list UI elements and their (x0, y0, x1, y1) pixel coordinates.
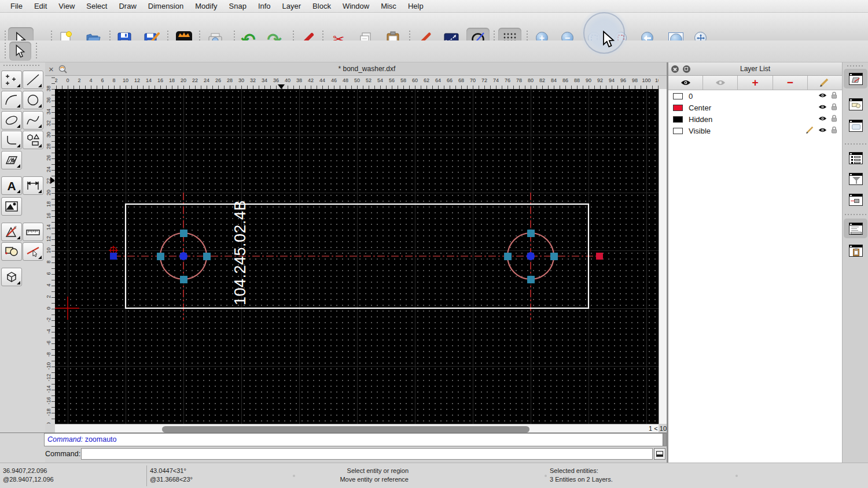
command-prompt-label: Command: (45, 450, 80, 458)
application-window: FileEditViewSelectDrawDimensionModifySna… (0, 0, 868, 488)
layer-lock-icon[interactable] (831, 91, 837, 99)
laser-pointer-panel-button[interactable] (845, 190, 866, 209)
document-title: * bond_washer.dxf (67, 65, 667, 73)
polygon-tool-button[interactable] (23, 131, 43, 149)
panel-close-button[interactable] (671, 65, 679, 73)
block-list-panel-button[interactable] (845, 94, 866, 114)
layer-lock-icon[interactable] (831, 114, 837, 122)
layer-visibility-icon[interactable] (818, 127, 827, 133)
command-widget-panel-button[interactable] (844, 219, 867, 238)
dimension-icon (25, 179, 41, 193)
ruler-position-marker-y (50, 177, 55, 184)
layer-visibility-icon[interactable] (818, 116, 827, 121)
image-tool-button[interactable] (1, 197, 22, 216)
pen-palette-panel-button[interactable] (844, 69, 867, 88)
menu-item-info[interactable]: Info (252, 0, 277, 12)
library-browser-panel-button[interactable] (845, 116, 866, 135)
arc-tool-button[interactable] (1, 91, 22, 109)
command-history-label: Command: (47, 435, 83, 443)
edit-layer-button[interactable] (808, 76, 842, 90)
hatch-tool-button[interactable] (1, 151, 22, 169)
edit-pencil-icon (819, 78, 830, 87)
line-icon (25, 73, 41, 87)
vertical-ruler: 38363432302826242220181614121086420-2-4-… (45, 76, 55, 424)
solid-3d-tool-button[interactable] (1, 268, 22, 286)
command-window-icon (849, 223, 863, 235)
dimension-tool-button[interactable] (23, 176, 43, 195)
menu-item-select[interactable]: Select (80, 0, 113, 12)
pointer-tool-active-button[interactable] (9, 42, 31, 61)
remove-layer-button[interactable]: − (773, 76, 808, 90)
menu-item-layer[interactable]: Layer (277, 0, 307, 12)
layer-color-swatch (673, 105, 683, 111)
layer-list-panel-button[interactable] (845, 148, 866, 168)
layer-list-panel: Layer List + − 0CenterHiddenVisible (668, 62, 842, 463)
menu-item-misc[interactable]: Misc (375, 0, 402, 12)
endpoint-handle-right[interactable] (596, 253, 603, 260)
layer-lock-icon[interactable] (831, 103, 837, 110)
hatch-icon (4, 153, 19, 167)
hscroll-thumb[interactable] (162, 426, 529, 432)
circle-icon (25, 93, 41, 107)
document-tabbar: × * bond_washer.dxf (45, 62, 667, 76)
menu-item-draw[interactable]: Draw (113, 0, 142, 12)
close-document-icon[interactable]: × (49, 64, 54, 74)
tool-options-toolbar (0, 40, 868, 62)
image-icon (4, 199, 19, 213)
layer-visibility-icon[interactable] (818, 104, 827, 110)
menu-item-window[interactable]: Window (337, 0, 375, 12)
menu-item-dimension[interactable]: Dimension (142, 0, 189, 12)
ellipse-icon (4, 113, 19, 127)
annotation-text[interactable]: 104.245.02.4B (231, 200, 249, 305)
layer-color-swatch (673, 116, 683, 123)
drawing-entities: 104.245.02.4B (55, 89, 659, 424)
menu-item-modify[interactable]: Modify (189, 0, 223, 12)
panel-float-button[interactable] (683, 65, 690, 73)
line-tool-palette-button[interactable] (23, 71, 43, 89)
drawing-canvas[interactable]: 104.245.02.4B (55, 89, 659, 424)
polyline-tool-button[interactable] (1, 131, 22, 149)
blocks-window-icon (849, 98, 863, 110)
layer-row-0[interactable]: 0 (668, 90, 842, 102)
endpoint-handle-left[interactable] (110, 253, 117, 260)
command-options-button[interactable] (654, 448, 665, 460)
modify-tool-button[interactable] (1, 223, 22, 241)
ellipse-tool-button[interactable] (1, 111, 22, 130)
spline-tool-button[interactable] (23, 111, 43, 130)
menu-item-view[interactable]: View (53, 0, 80, 12)
show-all-layers-button[interactable] (668, 76, 703, 90)
order-tool-button[interactable] (1, 242, 22, 261)
layer-row-hidden[interactable]: Hidden (668, 113, 842, 125)
command-input-row: Command: (44, 446, 667, 461)
menu-item-edit[interactable]: Edit (28, 0, 53, 12)
menu-item-help[interactable]: Help (402, 0, 429, 12)
command-history: Command: zoomauto (44, 433, 667, 446)
layer-visibility-icon[interactable] (818, 93, 827, 98)
ruler-position-marker-x (278, 84, 285, 89)
command-input[interactable] (81, 448, 653, 460)
points-tool-button[interactable] (1, 71, 22, 89)
menu-item-block[interactable]: Block (307, 0, 337, 12)
menubar: FileEditViewSelectDrawDimensionModifySna… (0, 0, 868, 13)
add-layer-button[interactable]: + (738, 76, 773, 90)
layer-row-visible[interactable]: Visible (668, 125, 842, 136)
text-tool-button[interactable]: A (1, 176, 22, 195)
clipboard-panel-button[interactable] (845, 241, 866, 260)
circle-tool-button[interactable] (23, 91, 43, 109)
measure-tool-button[interactable] (23, 223, 43, 241)
selection-filter-panel-button[interactable] (845, 169, 866, 188)
eye-disabled-icon (715, 79, 726, 86)
vertical-scrollbar[interactable] (659, 89, 667, 424)
menu-item-snap[interactable]: Snap (223, 0, 252, 12)
text-icon: A (7, 180, 16, 192)
mouse-hint: Select entity or region Move entity or r… (289, 467, 409, 484)
pointer-window-icon (849, 194, 863, 206)
menu-item-file[interactable]: File (5, 0, 28, 12)
command-history-scrollbar[interactable] (663, 434, 666, 446)
layer-row-center[interactable]: Center (668, 102, 842, 113)
grid-scale-indicator: 1 < 10 (643, 425, 667, 432)
hide-all-layers-button[interactable] (703, 76, 738, 90)
hruler-label: 10 (651, 77, 659, 83)
layer-lock-icon[interactable] (831, 126, 837, 134)
select-entity-tool-button[interactable] (23, 242, 43, 261)
